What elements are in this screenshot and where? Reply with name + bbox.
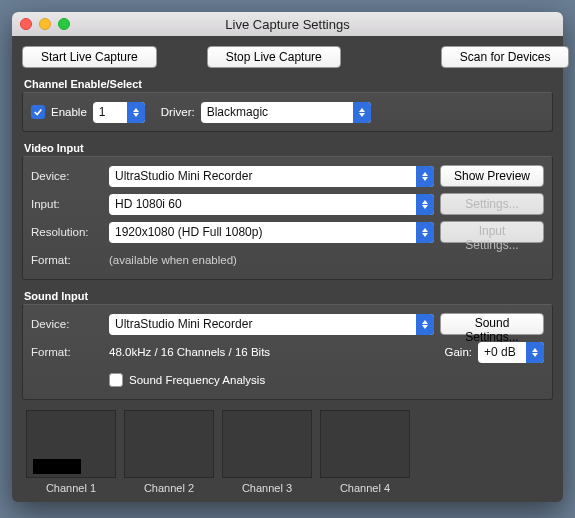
updown-icon — [353, 102, 371, 123]
video-settings-button: Settings... — [440, 193, 544, 215]
video-device-value: UltraStudio Mini Recorder — [115, 169, 252, 183]
input-settings-button: Input Settings... — [440, 221, 544, 243]
driver-label: Driver: — [161, 106, 195, 118]
video-section-title: Video Input — [24, 142, 553, 154]
updown-icon — [127, 102, 145, 123]
video-device-select[interactable]: UltraStudio Mini Recorder — [109, 166, 434, 187]
driver-value: Blackmagic — [207, 105, 268, 119]
scan-for-devices-button[interactable]: Scan for Devices — [441, 46, 570, 68]
video-resolution-label: Resolution: — [31, 226, 103, 238]
video-device-label: Device: — [31, 170, 103, 182]
sound-settings-button[interactable]: Sound Settings... — [440, 313, 544, 335]
channel-1-label: Channel 1 — [26, 482, 116, 494]
channel-3-thumb[interactable]: Channel 3 — [222, 410, 312, 494]
video-panel: Device: UltraStudio Mini Recorder Show P… — [22, 156, 553, 280]
channel-1-thumb[interactable]: Channel 1 — [26, 410, 116, 494]
gain-value: +0 dB — [484, 345, 516, 359]
sound-device-select[interactable]: UltraStudio Mini Recorder — [109, 314, 434, 335]
channel-number-value: 1 — [99, 105, 106, 119]
sound-frequency-checkbox[interactable] — [109, 373, 123, 387]
channel-2-label: Channel 2 — [124, 482, 214, 494]
show-preview-button[interactable]: Show Preview — [440, 165, 544, 187]
sound-format-label: Format: — [31, 346, 103, 358]
sound-panel: Device: UltraStudio Mini Recorder Sound … — [22, 304, 553, 400]
updown-icon — [526, 342, 544, 363]
updown-icon — [416, 314, 434, 335]
updown-icon — [416, 166, 434, 187]
channel-4-label: Channel 4 — [320, 482, 410, 494]
check-icon — [33, 107, 43, 117]
live-capture-settings-window: Live Capture Settings Start Live Capture… — [12, 12, 563, 502]
gain-select[interactable]: +0 dB — [478, 342, 544, 363]
enable-label: Enable — [51, 106, 87, 118]
video-input-value: HD 1080i 60 — [115, 197, 182, 211]
updown-icon — [416, 222, 434, 243]
channel-2-thumb[interactable]: Channel 2 — [124, 410, 214, 494]
channel-3-label: Channel 3 — [222, 482, 312, 494]
channel-4-thumb[interactable]: Channel 4 — [320, 410, 410, 494]
window-title: Live Capture Settings — [12, 17, 563, 32]
video-input-select[interactable]: HD 1080i 60 — [109, 194, 434, 215]
sound-format-value: 48.0kHz / 16 Channels / 16 Bits — [109, 346, 270, 358]
updown-icon — [416, 194, 434, 215]
gain-label: Gain: — [445, 346, 473, 358]
close-icon[interactable] — [20, 18, 32, 30]
video-resolution-value: 1920x1080 (HD Full 1080p) — [115, 225, 262, 239]
channel-panel: Enable 1 Driver: Blackmagic — [22, 92, 553, 132]
channel-1-content — [33, 459, 81, 474]
channel-thumbnails: Channel 1 Channel 2 Channel 3 Channel 4 — [22, 410, 553, 494]
video-input-label: Input: — [31, 198, 103, 210]
channel-section-title: Channel Enable/Select — [24, 78, 553, 90]
video-format-label: Format: — [31, 254, 103, 266]
channel-number-select[interactable]: 1 — [93, 102, 145, 123]
sound-frequency-label: Sound Frequency Analysis — [129, 374, 265, 386]
video-resolution-select[interactable]: 1920x1080 (HD Full 1080p) — [109, 222, 434, 243]
titlebar[interactable]: Live Capture Settings — [12, 12, 563, 36]
enable-checkbox[interactable] — [31, 105, 45, 119]
zoom-icon[interactable] — [58, 18, 70, 30]
stop-live-capture-button[interactable]: Stop Live Capture — [207, 46, 341, 68]
start-live-capture-button[interactable]: Start Live Capture — [22, 46, 157, 68]
sound-device-label: Device: — [31, 318, 103, 330]
sound-device-value: UltraStudio Mini Recorder — [115, 317, 252, 331]
sound-section-title: Sound Input — [24, 290, 553, 302]
minimize-icon[interactable] — [39, 18, 51, 30]
driver-select[interactable]: Blackmagic — [201, 102, 371, 123]
video-format-value: (available when enabled) — [109, 254, 237, 266]
